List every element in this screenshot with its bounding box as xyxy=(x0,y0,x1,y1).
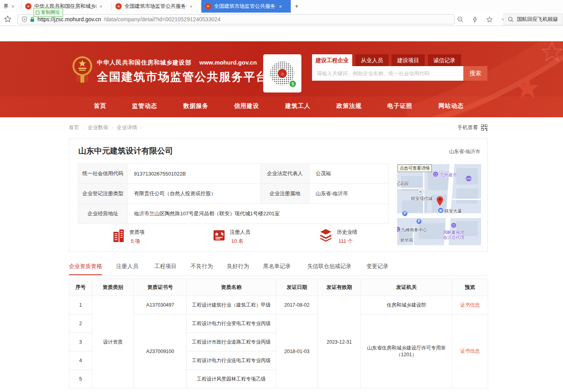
search-category-tabs: 建设工程企业 从业人员 建设项目 诚信记录 xyxy=(312,54,461,66)
map-label-garden: 记花园 xyxy=(397,181,409,187)
map-label-lianan-modern-city: 联安现代城 xyxy=(411,196,433,202)
url-host: https://jzsc.mohurd.gov.cn xyxy=(37,16,101,22)
nav-item-workers[interactable]: 建筑工人 xyxy=(285,102,310,110)
stat-label: 注册人员 xyxy=(230,229,250,236)
url-field[interactable]: https://jzsc.mohurd.gov.cn/data/company/… xyxy=(17,14,455,24)
mobile-view-label: 手机查看 xyxy=(457,124,478,131)
star-icon[interactable] xyxy=(486,16,493,23)
search-icon xyxy=(508,17,514,22)
new-tab-button[interactable]: + xyxy=(291,0,303,13)
map-label-battery-2: 临沂总代理 xyxy=(443,235,465,240)
close-icon[interactable]: × xyxy=(279,4,282,9)
nav-item-supervision[interactable]: 监管动态 xyxy=(132,102,157,110)
nav-item-data-service[interactable]: 数据服务 xyxy=(183,102,208,110)
atm-icon: ATM xyxy=(465,175,472,182)
tab-title: 界 xyxy=(4,3,9,10)
nav-item-home[interactable]: 首页 xyxy=(94,102,106,110)
stat-label: 历史业绩 xyxy=(337,229,357,236)
address-label: 企业经营地址 xyxy=(78,204,128,224)
lightning-icon[interactable] xyxy=(472,16,478,23)
search-tab-personnel[interactable]: 从业人员 xyxy=(355,54,388,66)
cell-issue-date: 2018-01-03 xyxy=(276,314,318,388)
emblem-favicon-icon: ★ xyxy=(25,3,32,9)
cell-name: 工程设计电力行业变电工程专业丙级 xyxy=(187,314,276,333)
breadcrumb-home[interactable]: 首页 xyxy=(69,124,79,131)
browser-search-box[interactable]: 国航回应飞机颠簸 xyxy=(504,13,563,25)
tab-bad-behavior[interactable]: 不良行为 xyxy=(191,263,213,274)
cell-no: 4 xyxy=(69,351,92,370)
site-brand: 中华人民共和国住房和城乡建设部www.mohurd.gov.cn 全国建筑市场监… xyxy=(97,59,268,85)
tab-good-behavior[interactable]: 良好行为 xyxy=(227,263,249,274)
tab-projects[interactable]: 工程项目 xyxy=(154,263,177,274)
search-tab-enterprise[interactable]: 建设工程企业 xyxy=(312,54,352,66)
certificate-info-link[interactable]: 证书信息 xyxy=(460,302,480,308)
cell-name: 工程设计市政行业道路工程专业丙级 xyxy=(187,333,276,351)
map-road-minor xyxy=(452,199,481,200)
browser-tab-bar: 界 × ★ 中华人民共和国住房和城乡建设 × ★ 全国建筑市场监管公共服务平台 … xyxy=(0,0,563,13)
cell-authority: 山东省住房和城乡建设厅许可专用章（1201） xyxy=(361,314,452,388)
bookmark-star-icon[interactable] xyxy=(4,15,11,23)
breadcrumb-company-detail: 企业详情 xyxy=(117,124,137,131)
cell-no: 5 xyxy=(69,370,92,388)
search-button[interactable]: 搜索 xyxy=(463,66,487,81)
zoom-out-icon[interactable] xyxy=(457,16,464,23)
stat-value: 111 个 xyxy=(337,238,357,245)
qualification-table: 序号 资质类别 资质证书号 资质名称 发证日期 发证有效期 发证机关 预览 1 … xyxy=(69,279,488,388)
close-icon[interactable]: × xyxy=(99,4,102,9)
detail-tab-bar: 企业资质资格 注册人员 工程项目 不良行为 良好行为 黑名单记录 失信联合惩戒记… xyxy=(69,262,488,276)
credit-code-value: 91371302675501022B xyxy=(128,164,261,184)
cell-no: 3 xyxy=(69,333,92,351)
table-row: 1 设计资质 A137030497 工程设计建筑行业（建筑工程）甲级 2017-… xyxy=(69,296,488,314)
cell-cert-no: A237009100 xyxy=(134,314,187,388)
copy-icon xyxy=(36,11,39,15)
tab-blacklist[interactable]: 黑名单记录 xyxy=(263,263,291,274)
copy-url-tooltip: 复制网址 xyxy=(33,8,63,17)
certificate-info-link[interactable]: 证书信息 xyxy=(460,348,480,354)
tower-poi-icon: ▦ xyxy=(438,207,444,213)
parking-icon: P xyxy=(402,211,408,216)
url-path: /data/company/detail?id=0021052912405330… xyxy=(104,16,221,22)
nav-item-policy[interactable]: 政策法规 xyxy=(336,102,362,110)
map-road-horizontal xyxy=(397,213,481,218)
tab-registered-personnel[interactable]: 注册人员 xyxy=(116,263,138,274)
col-issue-date: 发证日期 xyxy=(276,279,318,296)
qr-center-logo-icon: ⌂ xyxy=(277,68,288,79)
search-tab-credit[interactable]: 诚信记录 xyxy=(428,54,461,66)
site-header: 中华人民共和国住房和城乡建设部www.mohurd.gov.cn 全国建筑市场监… xyxy=(0,41,563,117)
hot-search-text: 国航回应飞机颠簸 xyxy=(517,16,558,23)
company-card: 山东中元建筑设计有限公司 山东省-临沂市 统一社会信用代码 9137130267… xyxy=(69,139,488,252)
close-icon[interactable]: × xyxy=(190,4,193,9)
browser-tab-3[interactable]: ★ 全国建筑市场监管公共服务平台 × xyxy=(112,0,201,13)
legal-rep-label: 企业法定代表人 xyxy=(261,164,309,184)
address-value: 临沂市兰山区陶然路107号星河晶都（联安）现代城1号楼2201室 xyxy=(128,204,389,224)
map-label-xinhuayuan: 新华苑 xyxy=(400,237,413,243)
ministry-website: www.mohurd.gov.cn xyxy=(199,59,257,66)
close-icon[interactable]: × xyxy=(11,4,15,9)
mobile-view-button[interactable]: 手机查看 xyxy=(457,124,487,131)
keyword-search-input[interactable] xyxy=(312,66,463,81)
search-tab-project[interactable]: 建设项目 xyxy=(392,54,425,66)
cell-no: 2 xyxy=(69,314,92,333)
nav-item-e-license[interactable]: 电子证照 xyxy=(387,102,412,110)
company-location-map[interactable]: 点击可查看详情 ◻ 九州超市 ATM 记花园 ▦ 联安现代城 ▦ 联安大厦 P … xyxy=(397,164,481,245)
browser-tab-active[interactable]: ★ 全国建筑市场监管公共服务平台 × xyxy=(201,0,291,13)
breadcrumb-company-data[interactable]: 企业数据 xyxy=(88,124,108,131)
cell-name: 工程设计建筑行业（建筑工程）甲级 xyxy=(187,296,276,314)
platform-title: 全国建筑市场监管公共服务平台 xyxy=(97,69,268,85)
tab-qualifications[interactable]: 企业资质资格 xyxy=(69,263,102,275)
qr-glyph-icon xyxy=(481,124,487,131)
nav-item-credit[interactable]: 信用建设 xyxy=(234,102,259,110)
table-header-row: 序号 资质类别 资质证书号 资质名称 发证日期 发证有效期 发证机关 预览 xyxy=(69,279,488,296)
nav-item-site-news[interactable]: 网站动态 xyxy=(439,102,464,110)
main-nav: 首页 监管动态 数据服务 信用建设 建筑工人 政策法规 电子证照 网站动态 xyxy=(0,96,563,117)
company-region: 山东省-临沂市 xyxy=(449,148,480,155)
cell-name: 工程设计电力行业送电工程专业丙级 xyxy=(187,351,276,370)
breadcrumb-separator: › xyxy=(141,125,142,130)
cell-valid-until: 2023-12-31 xyxy=(318,296,361,388)
col-name: 资质名称 xyxy=(187,279,276,296)
stat-label: 资质项 xyxy=(129,229,145,236)
browser-tab-1[interactable]: 界 × xyxy=(0,0,21,13)
shield-icon xyxy=(22,16,27,22)
tab-dishonesty-records[interactable]: 失信联合惩戒记录 xyxy=(307,263,351,274)
tab-change-records[interactable]: 变更记录 xyxy=(366,263,388,274)
